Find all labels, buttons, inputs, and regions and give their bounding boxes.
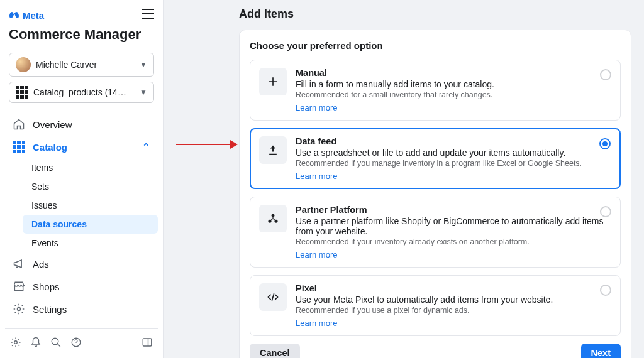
option-desc: Use your Meta Pixel to automatically add… bbox=[296, 295, 553, 305]
sidebar: Meta Commerce Manager Michelle Carver ▼ … bbox=[0, 0, 164, 358]
chevron-down-icon: ▼ bbox=[140, 88, 147, 97]
option-rec: Recommended if you manage inventory in a… bbox=[296, 159, 582, 168]
radio-button[interactable] bbox=[600, 206, 611, 217]
radio-button[interactable] bbox=[600, 69, 611, 80]
sidebar-subitem-data-sources[interactable]: Data sources bbox=[23, 215, 158, 234]
svg-point-2 bbox=[52, 338, 58, 345]
chevron-down-icon: ▼ bbox=[140, 60, 147, 69]
sidebar-subitem-items[interactable]: Items bbox=[23, 158, 158, 177]
page-title: Add items bbox=[239, 4, 631, 30]
cancel-button[interactable]: Cancel bbox=[250, 344, 300, 358]
radio-button[interactable] bbox=[599, 138, 611, 149]
option-rec: Recommended for a small inventory that r… bbox=[296, 90, 494, 99]
learn-more-link[interactable]: Learn more bbox=[296, 318, 553, 328]
search-icon[interactable] bbox=[50, 337, 62, 350]
account-dropdown[interactable]: Michelle Carver ▼ bbox=[9, 53, 154, 77]
gear-icon[interactable] bbox=[10, 337, 21, 350]
account-name: Michelle Carver bbox=[36, 60, 97, 70]
option-desc: Fill in a form to manually add items to … bbox=[296, 79, 494, 89]
megaphone-icon bbox=[13, 258, 25, 270]
option-desc: Use a partner platform like Shopify or B… bbox=[296, 216, 611, 236]
nav: Overview Catalog ⌃ Items Sets Issues Dat… bbox=[5, 113, 158, 320]
chevron-up-icon: ⌃ bbox=[142, 141, 150, 153]
next-button[interactable]: Next bbox=[581, 344, 621, 358]
partner-icon bbox=[259, 205, 287, 232]
svg-point-0 bbox=[18, 308, 21, 311]
svg-point-5 bbox=[272, 214, 275, 217]
option-title: Partner Platform bbox=[296, 205, 611, 215]
option-manual[interactable]: Manual Fill in a form to manually add it… bbox=[250, 60, 621, 121]
option-rec: Recommended if you use a pixel for dynam… bbox=[296, 306, 553, 315]
gear-icon bbox=[13, 303, 25, 315]
catalog-icon bbox=[13, 141, 25, 153]
app-title: Commerce Manager bbox=[5, 26, 158, 50]
catalog-dropdown[interactable]: Catalog_products (14474070… ▼ bbox=[9, 82, 154, 103]
menu-icon[interactable] bbox=[142, 9, 154, 21]
panel-title: Choose your preferred option bbox=[250, 40, 621, 51]
storefront-icon bbox=[13, 280, 25, 293]
sidebar-item-shops[interactable]: Shops bbox=[5, 275, 158, 298]
grid-icon bbox=[16, 86, 28, 99]
upload-icon bbox=[259, 136, 287, 164]
learn-more-link[interactable]: Learn more bbox=[296, 103, 494, 112]
option-desc: Use a spreadsheet or file to add and upd… bbox=[296, 148, 582, 158]
sidebar-item-ads[interactable]: Ads bbox=[5, 252, 158, 275]
option-partner-platform[interactable]: Partner Platform Use a partner platform … bbox=[250, 197, 621, 268]
sidebar-item-label: Settings bbox=[33, 304, 67, 315]
code-icon bbox=[259, 283, 287, 311]
sidebar-item-label: Shops bbox=[33, 281, 60, 292]
option-pixel[interactable]: Pixel Use your Meta Pixel to automatical… bbox=[250, 275, 621, 336]
sidebar-item-label: Ads bbox=[33, 259, 49, 269]
sidebar-item-label: Catalog bbox=[33, 142, 67, 153]
main-content: Add items Choose your preferred option M… bbox=[164, 0, 644, 358]
home-icon bbox=[13, 118, 25, 131]
annotation-arrow-icon bbox=[176, 139, 238, 149]
sidebar-item-label: Overview bbox=[33, 119, 72, 130]
avatar bbox=[16, 57, 31, 72]
option-title: Manual bbox=[296, 68, 494, 78]
bell-icon[interactable] bbox=[30, 337, 42, 350]
svg-point-1 bbox=[14, 341, 18, 344]
sidebar-subitem-sets[interactable]: Sets bbox=[23, 177, 158, 196]
svg-rect-4 bbox=[143, 339, 152, 346]
meta-icon bbox=[9, 11, 20, 19]
options-panel: Choose your preferred option Manual Fill… bbox=[239, 30, 631, 358]
sidebar-subitem-issues[interactable]: Issues bbox=[23, 196, 158, 215]
sidebar-item-settings[interactable]: Settings bbox=[5, 298, 158, 320]
learn-more-link[interactable]: Learn more bbox=[296, 250, 611, 259]
option-rec: Recommended if your inventory already ex… bbox=[296, 237, 611, 246]
sidebar-item-catalog[interactable]: Catalog ⌃ bbox=[5, 136, 158, 158]
panel-toggle-icon[interactable] bbox=[142, 337, 153, 350]
option-title: Data feed bbox=[296, 136, 582, 146]
meta-logo[interactable]: Meta bbox=[9, 10, 44, 21]
radio-button[interactable] bbox=[600, 285, 611, 296]
learn-more-link[interactable]: Learn more bbox=[296, 171, 582, 181]
brand-text: Meta bbox=[23, 10, 44, 21]
plus-icon bbox=[259, 68, 287, 95]
catalog-label: Catalog_products (14474070… bbox=[33, 87, 128, 97]
sidebar-subitem-events[interactable]: Events bbox=[23, 234, 158, 252]
option-title: Pixel bbox=[296, 283, 553, 293]
option-data-feed[interactable]: Data feed Use a spreadsheet or file to a… bbox=[250, 128, 621, 189]
sidebar-item-overview[interactable]: Overview bbox=[5, 113, 158, 136]
help-icon[interactable] bbox=[70, 337, 82, 350]
